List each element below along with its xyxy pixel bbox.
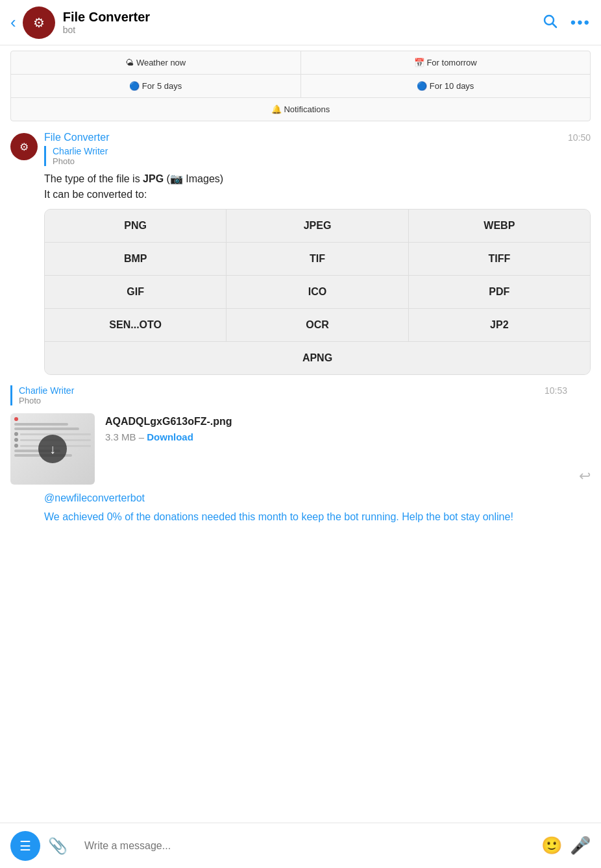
bot-message-header: File Converter 10:50 — [44, 132, 591, 143]
forwarded-message: Charlie Writer Photo — [44, 146, 591, 166]
search-icon[interactable] — [542, 13, 558, 32]
file-message-group: Charlie Writer Photo 10:53 — [0, 380, 601, 490]
shortcuts-row-3: 🔔 Notifications — [11, 98, 590, 121]
bot-sender-name: File Converter — [44, 132, 109, 143]
format-tif[interactable]: TIF — [227, 243, 408, 275]
format-bmp[interactable]: BMP — [45, 243, 227, 275]
format-tiff[interactable]: TIFF — [409, 243, 590, 275]
format-apng[interactable]: APNG — [45, 342, 590, 374]
shortcuts-row-2: 🔵 For 5 days 🔵 For 10 days — [11, 75, 590, 98]
bot-message-group: ⚙ File Converter 10:50 Charlie Writer Ph… — [0, 127, 601, 380]
bot-message-avatar: ⚙ — [10, 133, 38, 160]
donation-text: We achieved 0% of the donations needed t… — [0, 505, 601, 529]
format-ico[interactable]: ICO — [227, 276, 408, 308]
shortcut-5-days[interactable]: 🔵 For 5 days — [11, 75, 301, 97]
format-jpeg[interactable]: JPEG — [227, 210, 408, 242]
attach-button[interactable]: 📎 — [48, 837, 67, 855]
file-thumbnail: ↓ — [10, 413, 95, 485]
shortcut-weather-now[interactable]: 🌤 Weather now — [11, 51, 301, 74]
shortcut-10-days[interactable]: 🔵 For 10 days — [301, 75, 591, 97]
text-before: The type of the file is — [44, 173, 143, 184]
header-info: File Converter bot — [63, 10, 542, 35]
file-forwarded-message: Charlie Writer Photo — [10, 385, 545, 405]
shortcut-notifications[interactable]: 🔔 Notifications — [11, 98, 590, 121]
file-preview-row: ↓ AQADQLgxG613oFZ-.png 3.3 MB – Download — [10, 413, 567, 485]
format-row-1: PNG JPEG WEBP — [45, 210, 590, 243]
forward-arrow-icon[interactable]: ↩ — [579, 468, 591, 485]
menu-icon: ☰ — [19, 838, 31, 854]
file-message-time: 10:53 — [545, 385, 567, 396]
file-size-row: 3.3 MB – Download — [105, 431, 567, 442]
format-row-4: SEN...OTO OCR JP2 — [45, 309, 590, 342]
shortcuts-row-1: 🌤 Weather now 📅 For tomorrow — [11, 51, 590, 75]
chat-area: 🌤 Weather now 📅 For tomorrow 🔵 For 5 day… — [0, 45, 601, 823]
format-grid: PNG JPEG WEBP BMP TIF TIFF GIF ICO PDF S… — [44, 209, 591, 375]
format-row-3: GIF ICO PDF — [45, 276, 590, 309]
format-pdf[interactable]: PDF — [409, 276, 590, 308]
file-info: AQADQLgxG613oFZ-.png 3.3 MB – Download — [105, 413, 567, 442]
header-title: File Converter — [63, 10, 542, 25]
bot-message-content: File Converter 10:50 Charlie Writer Phot… — [44, 132, 591, 375]
format-webp[interactable]: WEBP — [409, 210, 590, 242]
forwarded-sender: Charlie Writer — [53, 146, 591, 156]
download-overlay-button[interactable]: ↓ — [38, 435, 67, 463]
bot-mention[interactable]: @newfileconverterbot — [0, 490, 601, 505]
message-input[interactable] — [75, 834, 534, 858]
file-type-bold: JPG — [143, 173, 164, 184]
format-png[interactable]: PNG — [45, 210, 227, 242]
bot-avatar: ⚙ — [23, 6, 55, 39]
bot-avatar-icon: ⚙ — [33, 15, 45, 30]
file-name: AQADQLgxG613oFZ-.png — [105, 416, 567, 428]
format-gif[interactable]: GIF — [45, 276, 227, 308]
forwarded-type: Photo — [53, 156, 591, 166]
file-size-text: 3.3 MB — [105, 431, 136, 442]
format-row-5: APNG — [45, 342, 590, 374]
more-options-icon[interactable]: ••• — [570, 14, 591, 32]
download-arrow-icon: ↓ — [49, 442, 56, 457]
file-size-dash: – — [139, 431, 147, 442]
file-message-header: Charlie Writer Photo 10:53 — [10, 385, 567, 411]
file-download-link[interactable]: Download — [147, 431, 193, 442]
svg-line-1 — [552, 23, 556, 27]
header: ‹ ⚙ File Converter bot ••• — [0, 0, 601, 45]
format-row-2: BMP TIF TIFF — [45, 243, 590, 276]
emoji-button[interactable]: 🙂 — [541, 836, 562, 856]
menu-button[interactable]: ☰ — [10, 831, 40, 861]
back-button[interactable]: ‹ — [10, 12, 16, 32]
header-actions: ••• — [542, 13, 591, 32]
header-subtitle: bot — [63, 25, 542, 35]
file-forwarded-sender: Charlie Writer — [19, 385, 545, 396]
bot-message-time: 10:50 — [568, 132, 591, 143]
format-senoto[interactable]: SEN...OTO — [45, 309, 227, 341]
file-forwarded-type: Photo — [19, 396, 545, 405]
bottom-bar: ☰ 📎 🙂 🎤 — [0, 823, 601, 868]
format-ocr[interactable]: OCR — [227, 309, 408, 341]
format-jp2[interactable]: JP2 — [409, 309, 590, 341]
bot-message-text: The type of the file is JPG (📷 Images)It… — [44, 171, 591, 202]
bot-message-avatar-icon: ⚙ — [19, 141, 29, 153]
shortcut-for-tomorrow[interactable]: 📅 For tomorrow — [301, 51, 591, 74]
mic-button[interactable]: 🎤 — [570, 836, 591, 856]
shortcuts-panel: 🌤 Weather now 📅 For tomorrow 🔵 For 5 day… — [10, 51, 591, 121]
